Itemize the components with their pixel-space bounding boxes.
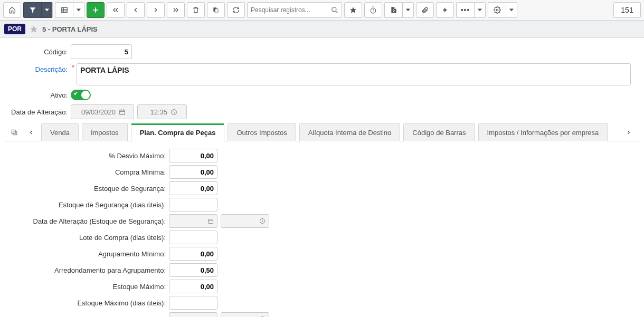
more-group: ••• xyxy=(456,2,486,18)
est-seg-dias-label: Estoque de Segurança (dias úteis): xyxy=(11,201,169,209)
descricao-label[interactable]: Descrição: xyxy=(5,63,71,73)
data-alt-est-seg-date[interactable] xyxy=(169,214,217,228)
export-button[interactable] xyxy=(384,2,402,18)
svg-point-15 xyxy=(496,9,498,11)
refresh-button[interactable] xyxy=(227,2,245,18)
record-title: 5 - PORTA LÁPIS xyxy=(42,25,98,33)
data-alteracao-group: 09/03/2020 12:35 xyxy=(71,104,187,119)
tab-plan-compra[interactable]: Plan. Compra de Peças xyxy=(131,123,225,141)
export-icon xyxy=(390,6,397,14)
caret-down-icon xyxy=(45,8,49,12)
row-data-alteracao: Data de Alteração: 09/03/2020 12:35 xyxy=(5,104,639,119)
row-arred-agrup: Arredondamento para Agrupamento: xyxy=(11,263,633,277)
lote-compra-field[interactable] xyxy=(169,230,217,244)
data-alt-est-max-time[interactable] xyxy=(221,312,269,317)
search-box[interactable] xyxy=(247,2,342,18)
refresh-icon xyxy=(232,6,240,14)
view-dropdown-button[interactable] xyxy=(73,2,84,18)
filter-button[interactable] xyxy=(23,2,41,18)
settings-dropdown-button[interactable] xyxy=(506,2,517,18)
module-badge: POR xyxy=(4,24,25,34)
data-alt-est-seg-time[interactable] xyxy=(221,214,269,228)
tab-impostos[interactable]: Impostos xyxy=(82,123,128,141)
est-max-field[interactable] xyxy=(169,280,217,293)
copy-button[interactable] xyxy=(207,2,225,18)
more-button[interactable]: ••• xyxy=(456,2,474,18)
row-lote-compra: Lote de Compra (dias úteis): xyxy=(11,230,633,244)
svg-rect-0 xyxy=(61,7,67,12)
chevron-right-icon xyxy=(626,129,632,136)
record-count: 151 xyxy=(613,2,641,18)
caret-down-icon xyxy=(478,8,482,12)
tabs-row: Venda Impostos Plan. Compra de Peças Out… xyxy=(5,123,639,141)
attach-button[interactable] xyxy=(416,2,434,18)
prev-button[interactable] xyxy=(127,2,145,18)
desvio-max-field[interactable] xyxy=(169,149,217,162)
tabs-copy-icon[interactable] xyxy=(8,123,20,141)
codigo-field[interactable] xyxy=(71,44,132,59)
svg-marker-10 xyxy=(350,7,356,13)
record-header: POR 5 - PORTA LÁPIS xyxy=(0,21,644,38)
filter-group xyxy=(23,2,53,18)
paperclip-icon xyxy=(421,6,429,14)
svg-line-9 xyxy=(336,11,338,13)
last-button[interactable] xyxy=(167,2,185,18)
data-alteracao-time[interactable]: 12:35 xyxy=(137,104,187,119)
est-seg-dias-field[interactable] xyxy=(169,198,217,212)
settings-button[interactable] xyxy=(488,2,506,18)
data-alteracao-date[interactable]: 09/03/2020 xyxy=(71,104,134,119)
svg-rect-17 xyxy=(120,110,125,114)
tab-impostos-empresa[interactable]: Impostos / Informações por empresa xyxy=(478,123,608,141)
chevron-left-icon xyxy=(132,6,139,14)
action-button[interactable] xyxy=(436,2,454,18)
favorite-button[interactable] xyxy=(344,2,362,18)
double-chevron-left-icon xyxy=(111,6,120,14)
filter-dropdown-button[interactable] xyxy=(41,2,53,18)
row-data-alt-est-max: Data de Alteração (Estoque Máximo): xyxy=(11,312,633,317)
est-max-label: Estoque Máximo: xyxy=(11,283,169,291)
filter-icon xyxy=(29,6,36,14)
add-button[interactable] xyxy=(87,2,105,18)
double-chevron-right-icon xyxy=(172,6,180,14)
ativo-toggle[interactable] xyxy=(71,90,91,100)
first-button[interactable] xyxy=(107,2,125,18)
tab-aliquota[interactable]: Alíquota Interna de Destino xyxy=(299,123,401,141)
data-alt-est-max-date[interactable] xyxy=(169,312,217,317)
tab-body-plan-compra: % Desvio Máximo: Compra Mínima: Estoque … xyxy=(5,141,639,317)
est-seg-label: Estoque de Segurança: xyxy=(11,185,169,193)
timer-button[interactable] xyxy=(364,2,382,18)
ellipsis-icon: ••• xyxy=(461,6,470,14)
next-button[interactable] xyxy=(147,2,165,18)
trash-icon xyxy=(192,6,200,14)
plus-icon xyxy=(92,6,99,14)
delete-button[interactable] xyxy=(187,2,205,18)
search-icon[interactable] xyxy=(331,6,338,14)
tab-venda[interactable]: Venda xyxy=(41,123,79,141)
descricao-field[interactable] xyxy=(77,63,631,85)
favorite-star-icon[interactable] xyxy=(30,25,38,33)
desvio-max-label: % Desvio Máximo: xyxy=(11,152,169,160)
data-alteracao-label: Data de Alteração: xyxy=(5,108,71,116)
more-dropdown-button[interactable] xyxy=(474,2,486,18)
settings-group xyxy=(488,2,517,18)
tabs-prev[interactable] xyxy=(24,123,38,141)
tabs-next[interactable] xyxy=(622,123,636,141)
tab-outros-impostos[interactable]: Outros Impostos xyxy=(228,123,296,141)
calendar-icon xyxy=(119,109,126,116)
home-icon xyxy=(8,6,16,14)
export-dropdown-button[interactable] xyxy=(402,2,414,18)
grid-view-button[interactable] xyxy=(55,2,73,18)
est-max-dias-field[interactable] xyxy=(169,296,217,310)
chevron-right-icon xyxy=(152,6,159,14)
tab-codigo-barras[interactable]: Código de Barras xyxy=(403,123,475,141)
compra-min-label: Compra Mínima: xyxy=(11,168,169,176)
search-input[interactable] xyxy=(251,6,331,14)
home-button[interactable] xyxy=(3,2,21,18)
svg-rect-23 xyxy=(12,130,15,133)
arred-agrup-field[interactable] xyxy=(169,263,217,277)
time-value: 12:35 xyxy=(141,108,167,116)
row-compra-min: Compra Mínima: xyxy=(11,165,633,179)
compra-min-field[interactable] xyxy=(169,165,217,179)
est-seg-field[interactable] xyxy=(169,181,217,195)
agrup-min-field[interactable] xyxy=(169,247,217,261)
